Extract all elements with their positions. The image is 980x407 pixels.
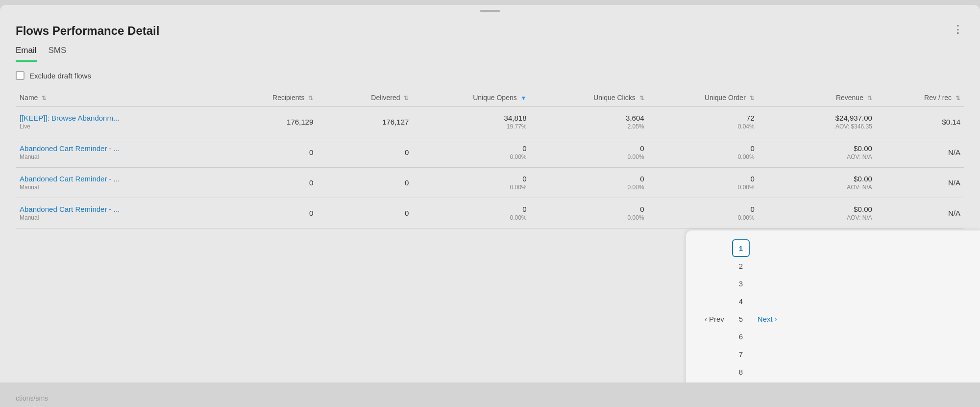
page-btn-4[interactable]: 4 <box>732 292 750 310</box>
table-row: Abandoned Cart Reminder - ... Manual 0 0… <box>16 198 964 229</box>
tab-sms[interactable]: SMS <box>49 46 67 62</box>
cell-name-0: [[KEEP]]: Browse Abandonm... Live <box>16 107 221 137</box>
col-header-recipients[interactable]: Recipients ⇅ <box>221 89 317 107</box>
cell-name-2: Abandoned Cart Reminder - ... Manual <box>16 168 221 198</box>
next-button[interactable]: Next › <box>753 312 782 326</box>
sort-icon-recipients: ⇅ <box>308 95 313 102</box>
flow-status-3: Manual <box>20 214 218 221</box>
sort-icon-revrec: ⇅ <box>956 95 960 102</box>
flow-status-2: Manual <box>20 184 218 191</box>
cell-delivered-1: 0 <box>317 137 413 168</box>
cell-clicks-2: 0 0.00% <box>531 168 648 198</box>
chevron-right-icon: › <box>775 315 777 323</box>
cell-clicks-0: 3,604 2.05% <box>531 107 648 137</box>
col-header-order[interactable]: Unique Order ⇅ <box>648 89 759 107</box>
table-row: [[KEEP]]: Browse Abandonm... Live 176,12… <box>16 107 964 137</box>
cell-order-2: 0 0.00% <box>648 168 759 198</box>
flow-name-link-1[interactable]: Abandoned Cart Reminder - ... <box>20 144 120 153</box>
table-wrapper: Name ⇅ Recipients ⇅ Delivered ⇅ Unique O… <box>0 89 980 229</box>
tabs-container: Email SMS <box>0 38 980 62</box>
cell-revenue-3: $0.00 AOV: N/A <box>759 198 876 229</box>
sort-icon-name: ⇅ <box>42 95 47 102</box>
table-header-row: Name ⇅ Recipients ⇅ Delivered ⇅ Unique O… <box>16 89 964 107</box>
flow-name-link-0[interactable]: [[KEEP]]: Browse Abandonm... <box>20 114 119 122</box>
page-btn-5[interactable]: 5 <box>732 310 750 328</box>
cell-recipients-1: 0 <box>221 137 317 168</box>
main-panel: Flows Performance Detail ⋮ Email SMS Exc… <box>0 5 980 407</box>
cell-order-3: 0 0.00% <box>648 198 759 229</box>
prev-button[interactable]: ‹ Prev <box>700 312 729 326</box>
page-btn-8[interactable]: 8 <box>732 363 750 381</box>
flow-name-link-2[interactable]: Abandoned Cart Reminder - ... <box>20 175 120 183</box>
sort-icon-order: ⇅ <box>750 95 755 102</box>
col-header-name[interactable]: Name ⇅ <box>16 89 221 107</box>
col-header-revrec[interactable]: Rev / rec ⇅ <box>876 89 964 107</box>
page-btn-2[interactable]: 2 <box>732 257 750 275</box>
cell-revrec-3: N/A <box>876 198 964 229</box>
bottom-label: ctions/sms <box>16 394 48 402</box>
flow-status-0: Live <box>20 123 218 130</box>
cell-revrec-0: $0.14 <box>876 107 964 137</box>
cell-recipients-3: 0 <box>221 198 317 229</box>
cell-delivered-0: 176,127 <box>317 107 413 137</box>
cell-recipients-2: 0 <box>221 168 317 198</box>
more-options-icon[interactable]: ⋮ <box>953 24 964 35</box>
bottom-bar: ctions/sms <box>0 382 980 407</box>
page-btn-3[interactable]: 3 <box>732 275 750 292</box>
cell-clicks-1: 0 0.00% <box>531 137 648 168</box>
cell-delivered-3: 0 <box>317 198 413 229</box>
cell-opens-3: 0 0.00% <box>413 198 530 229</box>
cell-recipients-0: 176,129 <box>221 107 317 137</box>
col-header-opens[interactable]: Unique Opens ▼ <box>413 89 530 107</box>
page-btn-1[interactable]: 1 <box>732 239 750 257</box>
cell-opens-1: 0 0.00% <box>413 137 530 168</box>
cell-clicks-3: 0 0.00% <box>531 198 648 229</box>
table-row: Abandoned Cart Reminder - ... Manual 0 0… <box>16 137 964 168</box>
filter-row: Exclude draft flows <box>0 62 980 89</box>
cell-opens-0: 34,818 19.77% <box>413 107 530 137</box>
pagination-container: ‹ Prev 123456789 Next › <box>686 230 980 407</box>
sort-icon-delivered: ⇅ <box>404 95 409 102</box>
table-row: Abandoned Cart Reminder - ... Manual 0 0… <box>16 168 964 198</box>
cell-order-0: 72 0.04% <box>648 107 759 137</box>
cell-revenue-2: $0.00 AOV: N/A <box>759 168 876 198</box>
page-btn-6[interactable]: 6 <box>732 328 750 345</box>
exclude-draft-label: Exclude draft flows <box>29 72 91 80</box>
cell-opens-2: 0 0.00% <box>413 168 530 198</box>
cell-revrec-1: N/A <box>876 137 964 168</box>
col-header-revenue[interactable]: Revenue ⇅ <box>759 89 876 107</box>
col-header-delivered[interactable]: Delivered ⇅ <box>317 89 413 107</box>
cell-name-1: Abandoned Cart Reminder - ... Manual <box>16 137 221 168</box>
cell-order-1: 0 0.00% <box>648 137 759 168</box>
cell-revrec-2: N/A <box>876 168 964 198</box>
sort-icon-opens: ▼ <box>521 95 527 102</box>
exclude-draft-checkbox[interactable] <box>16 71 24 80</box>
cell-revenue-0: $24,937.00 AOV: $346.35 <box>759 107 876 137</box>
flow-name-link-3[interactable]: Abandoned Cart Reminder - ... <box>20 205 120 213</box>
col-header-clicks[interactable]: Unique Clicks ⇅ <box>531 89 648 107</box>
page-buttons: 123456789 <box>732 239 750 398</box>
flows-table: Name ⇅ Recipients ⇅ Delivered ⇅ Unique O… <box>16 89 964 229</box>
cell-delivered-2: 0 <box>317 168 413 198</box>
sort-icon-revenue: ⇅ <box>867 95 872 102</box>
cell-name-3: Abandoned Cart Reminder - ... Manual <box>16 198 221 229</box>
chevron-left-icon: ‹ <box>705 315 707 323</box>
cell-revenue-1: $0.00 AOV: N/A <box>759 137 876 168</box>
sort-icon-clicks: ⇅ <box>639 95 644 102</box>
page-btn-7[interactable]: 7 <box>732 345 750 363</box>
tab-email[interactable]: Email <box>16 46 37 62</box>
panel-header: Flows Performance Detail ⋮ <box>0 12 980 38</box>
page-title: Flows Performance Detail <box>16 24 159 38</box>
flow-status-1: Manual <box>20 153 218 160</box>
